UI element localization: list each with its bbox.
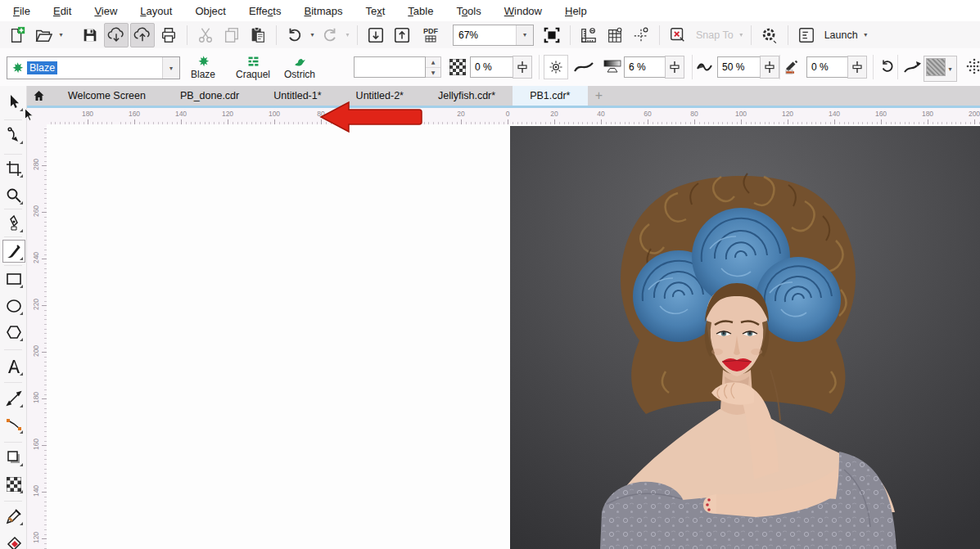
separator xyxy=(659,25,660,45)
zoom-level-combo[interactable]: ▾ xyxy=(453,25,534,46)
new-document-button[interactable] xyxy=(5,23,29,47)
flyout-indicator xyxy=(20,312,23,315)
export-button[interactable] xyxy=(390,23,414,47)
transparency-input[interactable] xyxy=(470,56,516,78)
stepper-buttons[interactable]: ▲▼ xyxy=(426,56,441,78)
grid-toggle-button[interactable] xyxy=(603,23,627,47)
brush-stroke-picker[interactable]: Blaze ▾ xyxy=(7,56,180,79)
eyedropper-tool-button[interactable] xyxy=(2,505,25,528)
preset-label: Blaze xyxy=(191,69,215,80)
transparency-tool-button[interactable] xyxy=(2,473,25,496)
undo-button[interactable] xyxy=(282,23,307,47)
text-tool-button[interactable] xyxy=(2,355,25,378)
menu-item-text[interactable]: Text xyxy=(354,5,396,17)
connector-tool-button[interactable] xyxy=(2,413,25,436)
wetness-input[interactable] xyxy=(806,56,851,78)
paste-button[interactable] xyxy=(246,23,270,47)
guidelines-toggle-button[interactable] xyxy=(629,23,653,47)
brush-picker-dropdown[interactable]: ▾ xyxy=(162,57,179,79)
rotate-ccw-icon[interactable] xyxy=(879,58,896,74)
document-tab-pb1-cdr[interactable]: PB1.cdr* xyxy=(513,86,587,106)
feather-input[interactable] xyxy=(624,56,668,78)
paint-tool-button[interactable] xyxy=(2,240,25,263)
welcome-home-button[interactable] xyxy=(26,86,51,106)
dots-cross-icon[interactable] xyxy=(966,57,980,75)
launch-dropdown[interactable]: ▾ xyxy=(861,31,870,38)
h-ruler-label: 120 xyxy=(782,110,793,118)
drawing-canvas[interactable] xyxy=(47,124,980,549)
document-tab-welcome-screen[interactable]: Welcome Screen xyxy=(51,86,163,106)
new-document-tab-button[interactable]: + xyxy=(588,86,611,106)
document-tab-pb-done-cdr[interactable]: PB_done.cdr xyxy=(163,86,256,106)
standard-toolbar: ▾▾▾ PDF ▾ Snap To ▾ Launch ▾ xyxy=(0,21,980,49)
checkerboard-icon xyxy=(449,59,466,75)
publish-to-pdf-button[interactable]: PDF xyxy=(416,23,445,47)
crop-tool-button[interactable] xyxy=(2,157,25,180)
menu-item-window[interactable]: Window xyxy=(493,5,553,17)
texture-picker[interactable]: ▾ xyxy=(924,56,957,82)
menu-item-file[interactable]: File xyxy=(2,5,42,17)
menu-item-tools[interactable]: Tools xyxy=(445,5,492,17)
shape-tool-button[interactable] xyxy=(2,124,25,146)
open-dropdown[interactable]: ▾ xyxy=(56,31,65,38)
open-button[interactable] xyxy=(31,23,56,47)
import-icon xyxy=(367,26,385,44)
get-from-cloud-button[interactable] xyxy=(104,23,129,47)
pen-tool-button[interactable] xyxy=(2,212,25,235)
drop-shadow-tool-button[interactable] xyxy=(2,446,25,469)
preset-blaze-button[interactable]: Blaze xyxy=(182,51,224,83)
stroke-size-stepper[interactable]: ▲▼ xyxy=(354,56,441,78)
v-ruler-label: 220 xyxy=(32,297,40,312)
import-button[interactable] xyxy=(364,23,388,47)
toolbox xyxy=(0,86,27,549)
softness-input[interactable] xyxy=(717,56,763,78)
open-folder-icon xyxy=(34,26,52,44)
undo-dropdown[interactable]: ▾ xyxy=(308,31,317,38)
menu-item-object[interactable]: Object xyxy=(183,5,237,17)
menu-item-effects[interactable]: Effects xyxy=(237,5,293,17)
slider-handle-icon xyxy=(851,60,863,74)
undo-icon xyxy=(286,26,304,44)
polygon-tool-button[interactable] xyxy=(2,321,25,344)
save-to-cloud-button[interactable] xyxy=(130,23,155,47)
line-tool-button[interactable] xyxy=(2,387,25,410)
menu-item-help[interactable]: Help xyxy=(553,5,598,17)
wetness-slider-button[interactable] xyxy=(847,56,867,79)
preset-ostrich-button[interactable]: Ostrich xyxy=(278,51,321,83)
zoom-dropdown[interactable]: ▾ xyxy=(516,25,533,45)
options-button[interactable] xyxy=(757,23,782,47)
fill-tool-button[interactable] xyxy=(2,532,25,549)
zoom-tool-button[interactable] xyxy=(2,184,25,207)
document-tab-jellyfish-cdr[interactable]: Jellyfish.cdr* xyxy=(421,86,513,106)
rulers-icon xyxy=(580,26,598,44)
snap-disable-button[interactable] xyxy=(666,23,690,47)
print-button[interactable] xyxy=(156,23,181,47)
menu-item-bitmaps[interactable]: Bitmaps xyxy=(292,5,354,17)
softness-slider-button[interactable] xyxy=(760,56,779,79)
save-icon xyxy=(81,26,99,44)
toolbox-separator xyxy=(4,236,22,237)
launch-button[interactable] xyxy=(794,23,819,47)
stroke-size-input[interactable] xyxy=(354,56,426,78)
flyout-indicator xyxy=(20,285,23,288)
rectangle-tool-button[interactable] xyxy=(2,268,25,290)
rulers-toggle-button[interactable] xyxy=(576,23,601,47)
save-button[interactable] xyxy=(78,23,102,47)
feather-slider-button[interactable] xyxy=(665,56,684,79)
flyout-indicator xyxy=(20,174,23,178)
zoom-level-input[interactable] xyxy=(454,25,516,45)
zoom-to-page-button[interactable] xyxy=(540,23,564,47)
ellipse-tool-button[interactable] xyxy=(2,295,25,317)
brightness-button[interactable] xyxy=(544,55,568,79)
v-ruler-label: 240 xyxy=(32,250,40,265)
texture-dropdown[interactable]: ▾ xyxy=(946,65,955,73)
menu-item-layout[interactable]: Layout xyxy=(129,5,183,17)
menu-item-view[interactable]: View xyxy=(83,5,129,17)
craquel-brush-icon xyxy=(246,54,260,69)
photo-object[interactable] xyxy=(510,126,980,549)
transparency-slider-button[interactable] xyxy=(513,56,532,79)
menu-item-table[interactable]: Table xyxy=(396,5,445,17)
toolbox-separator xyxy=(4,501,22,502)
preset-craquel-button[interactable]: Craquel xyxy=(229,51,277,83)
menu-item-edit[interactable]: Edit xyxy=(42,5,83,17)
